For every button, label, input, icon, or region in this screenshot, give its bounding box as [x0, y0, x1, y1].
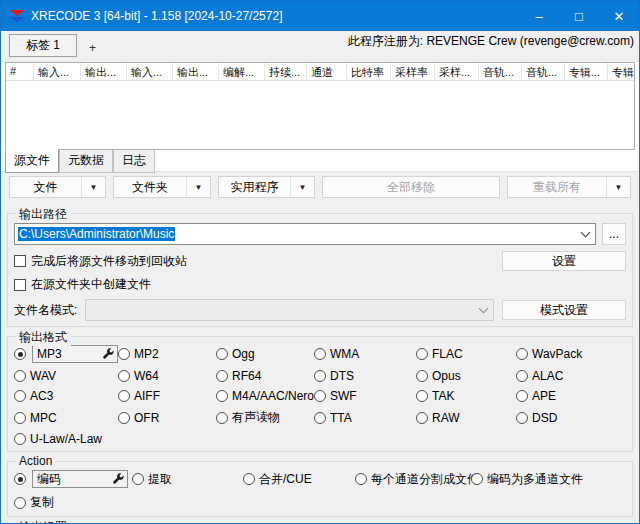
radio-icon	[14, 433, 26, 445]
output-path-combo[interactable]: C:\Users\Administrator\Music	[14, 223, 596, 245]
action-radio-extract[interactable]: 提取	[132, 470, 243, 488]
tab-log[interactable]: 日志	[113, 150, 155, 173]
window-title: XRECODE 3 [64-bit] - 1.158 [2024-10-27/2…	[31, 9, 282, 23]
format-radio-swf[interactable]: SWF	[314, 389, 416, 403]
radio-icon	[416, 348, 428, 360]
format-radio-mp3[interactable]: MP3	[14, 345, 118, 363]
column-header[interactable]: 音轨...	[479, 63, 522, 80]
format-radio-mp2[interactable]: MP2	[118, 345, 216, 363]
column-header[interactable]: 专辑...	[608, 63, 635, 80]
format-radio-mpc[interactable]: MPC	[14, 409, 118, 426]
format-radio-aiff[interactable]: AIFF	[118, 389, 216, 403]
file-button[interactable]: 文件 ▼	[9, 176, 106, 198]
radio-icon	[118, 390, 130, 402]
source-files-page: # 输入... 输出... 输入... 输出... 编解... 持续... 通道…	[1, 62, 639, 172]
column-header[interactable]: 音轨...	[522, 63, 565, 80]
chevron-down-icon[interactable]: ▼	[606, 177, 630, 197]
format-radio-raw[interactable]: RAW	[416, 409, 516, 426]
format-radio-tak[interactable]: TAK	[416, 389, 516, 403]
filename-pattern-label: 文件名模式:	[14, 302, 77, 319]
format-radio-wavpack[interactable]: WavPack	[516, 345, 626, 363]
column-header[interactable]: #	[6, 63, 34, 80]
checkbox-icon	[14, 279, 26, 291]
column-header[interactable]: 输出...	[81, 63, 127, 80]
radio-icon	[314, 412, 326, 424]
format-radio-ac3[interactable]: AC3	[14, 389, 118, 403]
format-radio-w64[interactable]: W64	[118, 369, 216, 383]
column-header[interactable]: 输入...	[34, 63, 81, 80]
move-to-recycle-checkbox[interactable]: 完成后将源文件移动到回收站	[14, 253, 187, 270]
column-header[interactable]: 持续...	[265, 63, 307, 80]
format-radio-tta[interactable]: TTA	[314, 409, 416, 426]
column-header[interactable]: 比特率	[347, 63, 391, 80]
action-radio-merge-cue[interactable]: 合并/CUE	[243, 470, 355, 488]
column-header[interactable]: 输入...	[127, 63, 173, 80]
chevron-down-icon[interactable]: ▼	[81, 177, 105, 197]
create-in-source-checkbox[interactable]: 在源文件夹中创建文件	[14, 276, 151, 293]
radio-icon	[355, 473, 367, 485]
format-radio-ape[interactable]: APE	[516, 389, 626, 403]
remove-all-button[interactable]: 全部移除	[322, 176, 500, 198]
radio-icon	[516, 390, 528, 402]
radio-icon	[216, 348, 228, 360]
format-radio-ofr[interactable]: OFR	[118, 409, 216, 426]
format-radio-rf64[interactable]: RF64	[216, 369, 314, 383]
column-header[interactable]: 采样率	[391, 63, 435, 80]
registration-text: 此程序注册为: REVENGE Crew (revenge@crew.com)	[348, 33, 634, 50]
format-radio-ulaw[interactable]: U-Law/A-Law	[14, 432, 118, 446]
action-radio-copy[interactable]: 复制	[14, 494, 132, 511]
format-radio-wav[interactable]: WAV	[14, 369, 118, 383]
format-radio-m4a[interactable]: M4A/AAC/Nero	[216, 389, 314, 403]
minimize-icon[interactable]: –	[519, 1, 559, 31]
wrench-icon[interactable]	[112, 473, 124, 485]
format-radio-ogg[interactable]: Ogg	[216, 345, 314, 363]
column-header[interactable]: 输出...	[173, 63, 219, 80]
radio-icon	[216, 370, 228, 382]
radio-icon	[516, 348, 528, 360]
group-label: 输出格式	[15, 329, 71, 346]
wrench-icon[interactable]	[102, 348, 114, 360]
chevron-down-icon[interactable]: ▼	[290, 177, 314, 197]
file-list[interactable]: # 输入... 输出... 输入... 输出... 编解... 持续... 通道…	[5, 62, 635, 150]
format-radio-wma[interactable]: WMA	[314, 345, 416, 363]
pattern-settings-button[interactable]: 模式设置	[502, 300, 626, 320]
group-label: Action	[15, 454, 56, 468]
close-icon[interactable]: ✕	[599, 1, 639, 31]
radio-icon	[416, 390, 428, 402]
column-header[interactable]: 编解...	[219, 63, 265, 80]
column-header[interactable]: 采样...	[435, 63, 479, 80]
radio-icon	[243, 473, 255, 485]
format-radio-audiobook[interactable]: 有声读物	[216, 409, 314, 426]
tab-metadata[interactable]: 元数据	[59, 150, 113, 173]
radio-icon	[14, 390, 26, 402]
maximize-icon[interactable]: □	[559, 1, 599, 31]
radio-icon	[314, 348, 326, 360]
utilities-button[interactable]: 实用程序 ▼	[218, 176, 315, 198]
add-tab-button[interactable]: +	[77, 39, 108, 57]
reload-all-button[interactable]: 重载所有 ▼	[507, 176, 631, 198]
radio-icon	[14, 497, 26, 509]
tab-source-files[interactable]: 源文件	[5, 149, 59, 173]
output-path-group: 输出路径 C:\Users\Administrator\Music ... 完成…	[7, 213, 633, 327]
format-radio-dts[interactable]: DTS	[314, 369, 416, 383]
radio-icon	[14, 412, 26, 424]
action-radio-encode[interactable]: 编码	[14, 470, 132, 488]
filename-pattern-combo[interactable]	[85, 299, 494, 321]
format-radio-opus[interactable]: Opus	[416, 369, 516, 383]
chevron-down-icon[interactable]	[581, 228, 591, 238]
action-radio-split-channels[interactable]: 每个通道分割成文件	[355, 470, 471, 488]
tab-label-1[interactable]: 标签 1	[9, 34, 77, 57]
format-radio-flac[interactable]: FLAC	[416, 345, 516, 363]
format-radio-dsd[interactable]: DSD	[516, 409, 626, 426]
radio-icon	[516, 412, 528, 424]
radio-icon	[216, 390, 228, 402]
column-header[interactable]: 专辑...	[565, 63, 608, 80]
action-radio-multichannel[interactable]: 编码为多通道文件	[471, 470, 626, 488]
settings-button[interactable]: 设置	[502, 251, 626, 271]
browse-button[interactable]: ...	[602, 223, 626, 245]
column-header[interactable]: 通道	[307, 63, 347, 80]
folder-button[interactable]: 文件夹 ▼	[113, 176, 211, 198]
format-radio-alac[interactable]: ALAC	[516, 369, 626, 383]
radio-icon	[132, 473, 144, 485]
chevron-down-icon[interactable]: ▼	[186, 177, 210, 197]
